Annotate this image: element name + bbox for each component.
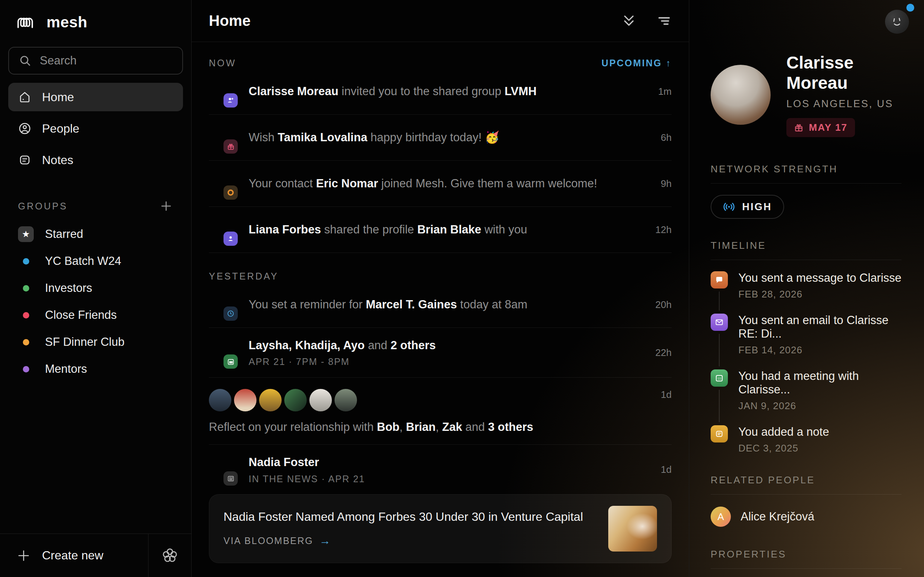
feed-text-segment: invited you to the shared group <box>339 85 505 98</box>
group-item-close-friends[interactable]: Close Friends <box>0 301 191 329</box>
avatar <box>284 389 307 411</box>
feed-item-time: 1d <box>661 464 672 475</box>
timeline-item-email[interactable]: You sent an email to Clarisse RE: Di... … <box>711 314 901 369</box>
search-input[interactable] <box>40 54 173 68</box>
group-item-starred[interactable]: ★ Starred <box>0 221 191 248</box>
feed-item-reminder[interactable]: You set a reminder for Marcel T. Gaines … <box>209 282 672 327</box>
timeline-date: DEC 3, 2025 <box>738 443 829 454</box>
news-headline: Nadia Foster Named Among Forbes 30 Under… <box>223 510 592 524</box>
section-label-now: NOW <box>209 58 236 69</box>
feed-item-news[interactable]: Nadia Foster IN THE NEWS · APR 21 1d <box>209 445 672 484</box>
email-icon <box>711 314 728 331</box>
feed-text-segment: Eric Nomar <box>316 177 378 190</box>
feed-item-invite[interactable]: Clarisse Moreau invited you to the share… <box>209 69 672 114</box>
birthday-badge: MAY 17 <box>787 118 855 137</box>
section-header: PROPERTIES <box>711 548 901 560</box>
ai-assistant-button[interactable] <box>149 534 191 577</box>
timeline-text: You sent a message to Clarisse <box>738 271 901 285</box>
timeline-item-note[interactable]: You added a note DEC 3, 2025 <box>711 425 901 467</box>
sidebar-item-label: Notes <box>42 153 73 167</box>
feed-item-time: 1m <box>658 86 672 97</box>
avatar <box>334 389 357 411</box>
feed-item-joined[interactable]: Your contact Eric Nomar joined Mesh. Giv… <box>209 161 672 206</box>
feed-item-time: 9h <box>661 178 672 190</box>
sidebar-item-home[interactable]: Home <box>8 83 183 111</box>
account-face-button[interactable] <box>885 10 909 34</box>
feed-item-time: 22h <box>656 347 672 359</box>
calendar-icon <box>711 369 728 387</box>
feed-item-time: 12h <box>656 224 672 236</box>
groups-header: GROUPS <box>18 201 68 212</box>
group-item-yc-batch[interactable]: YC Batch W24 <box>0 248 191 275</box>
avatar <box>209 389 231 411</box>
feed-text-segment: LVMH <box>504 85 536 98</box>
sort-upcoming-toggle[interactable]: UPCOMING ↑ <box>601 58 672 69</box>
group-invite-badge-icon <box>223 93 238 108</box>
news-card[interactable]: Nadia Foster Named Among Forbes 30 Under… <box>209 494 672 563</box>
app-root: mesh Home People <box>0 0 924 577</box>
group-color-dot <box>23 366 29 372</box>
feed-text-segment: Tamika Lovalina <box>278 131 367 144</box>
sidebar: mesh Home People <box>0 0 192 577</box>
news-meta: IN THE NEWS · APR 21 <box>249 474 365 484</box>
feed-item-shared-profile[interactable]: Liana Forbes shared the profile Brian Bl… <box>209 207 672 253</box>
group-item-mentors[interactable]: Mentors <box>0 356 191 382</box>
add-group-button[interactable] <box>159 199 173 213</box>
network-strength-section: NETWORK STRENGTH HIGH <box>711 163 901 219</box>
feed-item-event[interactable]: Laysha, Khadija, Ayo and 2 others APR 21… <box>209 328 672 377</box>
sidebar-item-label: Home <box>42 90 74 104</box>
star-icon: ★ <box>18 226 34 242</box>
gift-icon <box>794 123 804 133</box>
timeline-text: You added a note <box>738 425 829 439</box>
group-label: Mentors <box>45 362 87 376</box>
avatar <box>309 389 332 411</box>
feed-text-segment: and <box>365 339 391 352</box>
filter-button[interactable] <box>657 13 672 29</box>
profile-panel: Clarisse Moreau LOS ANGELES, US MAY 17 N… <box>689 0 924 577</box>
group-color-dot <box>23 258 29 264</box>
timeline-item-message[interactable]: You sent a message to Clarisse FEB 28, 2… <box>711 271 901 314</box>
app-logo: mesh <box>0 0 191 31</box>
feed-item-reflect[interactable]: 1d Reflect on your relationship with Bob… <box>209 378 672 444</box>
gift-badge-icon <box>223 139 238 154</box>
feed-text-segment: Reflect on your relationship with <box>209 421 377 434</box>
group-color-dot <box>23 312 29 319</box>
timeline-date: FEB 28, 2026 <box>738 288 901 300</box>
related-person[interactable]: A Alice Krejčová <box>711 506 901 527</box>
feed-text-segment: shared the profile <box>321 223 417 236</box>
feed-text-segment: joined Mesh. Give them a warm welcome! <box>378 177 597 190</box>
feed-text-segment: Wish <box>249 131 278 144</box>
search-box[interactable] <box>8 47 183 74</box>
mark-all-read-button[interactable] <box>620 13 637 29</box>
timeline-date: JAN 9, 2026 <box>738 400 901 412</box>
group-color-dot <box>23 339 29 345</box>
external-link-arrow-icon: → <box>320 534 331 547</box>
group-label: Close Friends <box>45 308 116 322</box>
create-new-button[interactable]: Create new <box>0 534 148 577</box>
section-header: RELATED PEOPLE <box>711 474 901 486</box>
sidebar-item-people[interactable]: People <box>8 114 183 143</box>
profile-avatar[interactable] <box>711 65 771 125</box>
sidebar-nav: Home People Notes <box>8 83 183 174</box>
people-icon <box>18 122 31 135</box>
related-people-section: RELATED PEOPLE A Alice Krejčová <box>711 474 901 527</box>
timeline-item-meeting[interactable]: You had a meeting with Clarisse... JAN 9… <box>711 369 901 425</box>
sidebar-item-notes[interactable]: Notes <box>8 146 183 174</box>
event-datetime: APR 21 · 7PM - 8PM <box>249 356 436 367</box>
profile-name: Clarisse Moreau <box>787 52 901 93</box>
group-item-investors[interactable]: Investors <box>0 275 191 301</box>
feed-text-segment: 3 others <box>488 421 533 434</box>
feed-text-segment: Liana Forbes <box>249 223 321 236</box>
feed-text-segment: Your contact <box>249 177 316 190</box>
group-item-sf-dinner-club[interactable]: SF Dinner Club <box>0 329 191 356</box>
share-profile-badge-icon <box>223 232 238 246</box>
notes-icon <box>18 153 31 167</box>
note-icon <box>711 425 728 443</box>
feed-item-birthday[interactable]: Wish Tamika Lovalina happy birthday toda… <box>209 114 672 160</box>
plus-icon <box>16 548 31 563</box>
section-header: NETWORK STRENGTH <box>711 163 901 175</box>
feed-text-segment: , <box>399 421 406 434</box>
related-person-name: Alice Krejčová <box>741 510 814 524</box>
feed-text-segment: Clarisse Moreau <box>249 85 339 98</box>
avatar-initial: A <box>717 511 724 523</box>
